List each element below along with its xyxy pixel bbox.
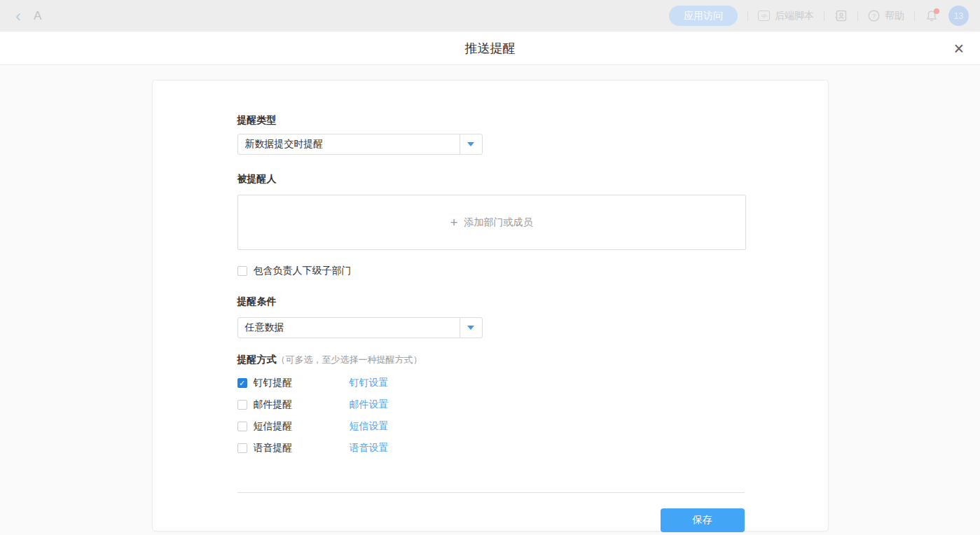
- help-label: 帮助: [885, 10, 904, 22]
- triangle-glyph: [467, 326, 474, 330]
- divider: [747, 11, 748, 21]
- reminder-type-value: 新数据提交时提醒: [238, 138, 460, 151]
- divider: [824, 11, 824, 21]
- card-footer: 保存: [237, 508, 745, 532]
- voice-label: 语音提醒: [254, 442, 293, 454]
- reminder-type-select[interactable]: 新数据提交时提醒: [237, 134, 483, 155]
- notification-bell-button[interactable]: [925, 9, 939, 23]
- page-title: 推送提醒: [465, 40, 516, 57]
- dialog-header: 推送提醒 ×: [0, 32, 980, 65]
- app-title: A: [34, 9, 41, 23]
- chevron-down-icon[interactable]: [460, 134, 482, 154]
- methods-hint: （可多选，至少选择一种提醒方式）: [277, 354, 422, 365]
- methods-title: 提醒方式: [237, 354, 277, 365]
- dialog-body: 提醒类型 新数据提交时提醒 被提醒人 + 添加部门或成员 包含负责人下级子部门 …: [0, 80, 980, 535]
- reminder-type-label: 提醒类型: [237, 113, 745, 127]
- add-recipients-placeholder: 添加部门或成员: [464, 216, 533, 229]
- plus-icon: +: [450, 215, 457, 230]
- dingtalk-label: 钉钉提醒: [254, 377, 293, 389]
- include-sub-checkbox[interactable]: [237, 266, 247, 276]
- recipients-label: 被提醒人: [237, 172, 745, 186]
- backend-script-button[interactable]: </> 后端脚本: [758, 10, 814, 22]
- voice-checkbox[interactable]: [237, 443, 247, 453]
- avatar[interactable]: 13: [948, 6, 969, 26]
- help-button[interactable]: ? 帮助: [868, 10, 904, 22]
- sms-label: 短信提醒: [254, 420, 293, 433]
- contacts-icon: [834, 9, 848, 22]
- method-row-voice: 语音提醒 语音设置: [237, 441, 745, 455]
- sms-settings-link[interactable]: 短信设置: [350, 420, 389, 433]
- contacts-button[interactable]: [834, 9, 848, 22]
- methods-label: 提醒方式（可多选，至少选择一种提醒方式）: [237, 352, 745, 366]
- divider: [914, 11, 915, 21]
- dingtalk-settings-link[interactable]: 钉钉设置: [350, 377, 389, 389]
- email-label: 邮件提醒: [254, 398, 293, 411]
- back-icon[interactable]: ‹: [15, 9, 21, 23]
- include-sub-row: 包含负责人下级子部门: [237, 264, 745, 278]
- close-icon[interactable]: ×: [953, 39, 964, 57]
- email-settings-link[interactable]: 邮件设置: [350, 398, 389, 411]
- voice-settings-link[interactable]: 语音设置: [350, 442, 389, 454]
- divider: [857, 11, 858, 21]
- email-checkbox[interactable]: [237, 400, 247, 410]
- svg-text:?: ?: [872, 13, 876, 20]
- condition-select[interactable]: 任意数据: [237, 317, 483, 338]
- topbar: ‹ A 应用访问 </> 后端脚本 ? 帮助: [0, 0, 980, 32]
- dingtalk-checkbox[interactable]: [237, 378, 247, 388]
- include-sub-label: 包含负责人下级子部门: [254, 265, 352, 277]
- question-icon: ?: [868, 10, 880, 22]
- backend-script-label: 后端脚本: [775, 10, 814, 22]
- add-recipients-button[interactable]: + 添加部门或成员: [237, 195, 746, 250]
- save-button[interactable]: 保存: [661, 508, 745, 532]
- settings-card: 提醒类型 新数据提交时提醒 被提醒人 + 添加部门或成员 包含负责人下级子部门 …: [152, 80, 829, 531]
- condition-value: 任意数据: [238, 321, 460, 334]
- method-row-email: 邮件提醒 邮件设置: [237, 398, 745, 412]
- footer-divider: [237, 492, 745, 493]
- code-icon: </>: [758, 11, 770, 21]
- chevron-down-icon[interactable]: [460, 318, 482, 338]
- notification-dot: [934, 8, 939, 14]
- method-row-sms: 短信提醒 短信设置: [237, 419, 745, 433]
- condition-label: 提醒条件: [237, 294, 745, 308]
- sms-checkbox[interactable]: [237, 422, 247, 431]
- method-row-dingtalk: 钉钉提醒 钉钉设置: [237, 376, 745, 390]
- triangle-glyph: [467, 142, 474, 146]
- app-access-button[interactable]: 应用访问: [669, 6, 738, 26]
